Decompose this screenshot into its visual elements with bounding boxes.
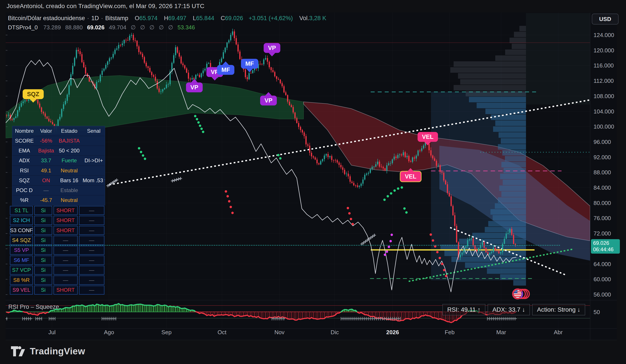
high-value: 69.497	[168, 15, 187, 22]
plus-marker	[171, 179, 174, 182]
candle-body	[50, 121, 51, 122]
rsi-histogram-bar	[76, 305, 77, 312]
currency-toggle-button[interactable]: USD	[592, 14, 619, 25]
candle-body	[37, 100, 39, 104]
candle-body	[441, 172, 442, 173]
candle-body	[208, 63, 209, 64]
candle-body	[344, 170, 345, 174]
rsi-histogram-bar	[102, 305, 103, 312]
candle-body	[199, 75, 200, 77]
candle-body	[129, 36, 130, 40]
signal-cell: Si	[34, 236, 52, 245]
candle-body	[61, 109, 62, 117]
rsi-histogram-bar	[80, 306, 81, 312]
tradingview-logo[interactable]: TradingView	[11, 346, 85, 357]
red-signal-dot	[227, 195, 229, 198]
green-signal-dot	[405, 211, 408, 214]
signal-cell: Si	[34, 256, 52, 265]
change-value: +3.051 (+4,62%)	[249, 15, 293, 22]
rsi-histogram-bar	[98, 305, 99, 312]
signal-cell: —	[53, 236, 78, 245]
candle-body	[392, 160, 393, 163]
candle-body	[491, 252, 492, 253]
candle-body	[260, 64, 261, 64]
rsi-histogram-bar	[162, 306, 163, 312]
rsi-histogram-bar	[293, 312, 294, 319]
tradingview-glyph-icon	[11, 346, 25, 356]
symbol-legend[interactable]: Bitcoin/Dólar estadounidense·1D·Bitstamp…	[8, 15, 326, 22]
rsi-histogram-bar	[322, 312, 323, 319]
signal-cell: SHORT	[53, 226, 78, 235]
candle-body	[79, 51, 80, 54]
rsi-histogram-bar	[111, 306, 112, 312]
rsi-histogram-bar	[311, 312, 312, 318]
green-signal-dot	[138, 147, 140, 150]
signal-cell: S5 VP	[10, 246, 33, 255]
volume-profile-bar	[500, 174, 526, 179]
candle-body	[346, 174, 347, 174]
low-value: 65.844	[196, 15, 214, 22]
candle-body	[19, 107, 20, 110]
table-cell: EMA	[12, 148, 37, 154]
candle-body	[405, 152, 406, 157]
candle-body	[408, 156, 409, 161]
candle-body	[434, 158, 435, 161]
rsi-histogram-bar	[70, 307, 72, 312]
volume-profile-bar	[513, 280, 526, 286]
signal-cell: Si	[34, 206, 52, 215]
candle-body	[70, 74, 72, 85]
candle-body	[338, 163, 340, 165]
green-signal-dot	[199, 125, 201, 127]
rsi-histogram-bar	[439, 312, 441, 319]
green-signal-dot	[401, 186, 403, 189]
rsi-histogram-bar	[241, 312, 242, 316]
table-cell: 49.1	[37, 167, 56, 174]
rsi-histogram-bar	[271, 312, 272, 318]
candle-body	[438, 165, 439, 166]
us-flag-event-icon	[511, 287, 530, 300]
time-axis-label: Abr	[554, 329, 563, 336]
table-row: EMABajista50 < 200	[12, 146, 105, 156]
volume-profile-bar	[519, 26, 526, 31]
time-axis-label: Sep	[161, 329, 171, 336]
candle-body	[390, 163, 391, 164]
candle-body	[439, 165, 441, 172]
candle-body	[175, 47, 176, 55]
candle-body	[190, 79, 191, 79]
volume-profile-bar	[502, 150, 526, 156]
rsi-histogram-bar	[379, 312, 380, 318]
signal-cell: —	[79, 266, 104, 275]
rsi-histogram-bar	[140, 304, 141, 312]
signal-cell: S6 MF	[10, 256, 33, 265]
candle-body	[506, 233, 507, 238]
tradingview-chart-screenshot: JoseAntonioL creado con TradingView.com,…	[0, 0, 626, 364]
green-signal-dot	[279, 157, 282, 160]
rsi-histogram-bar	[278, 312, 279, 316]
low-label: L	[193, 15, 196, 22]
indicator-legend[interactable]: DTSPro4_073.28988.88069.02649.704∅∅∅∅∅53…	[8, 24, 199, 31]
price-axis-label: 104.000	[593, 108, 614, 115]
rsi-histogram-bar	[131, 305, 132, 312]
rsi-histogram-bar	[256, 312, 257, 317]
volume-profile-bar	[454, 61, 526, 67]
candle-body	[342, 167, 343, 170]
candle-body	[298, 123, 299, 127]
candle-body	[508, 233, 509, 233]
volume-profile-bar	[491, 115, 526, 120]
candle-body	[138, 46, 139, 52]
candle-body	[105, 65, 106, 69]
candle-body	[326, 154, 327, 156]
signal-cell: —	[53, 256, 78, 265]
price-axis-label: 88.000	[593, 169, 611, 176]
rsi-histogram-bar	[67, 308, 68, 312]
volume-profile-bar	[485, 109, 526, 114]
candle-body	[246, 77, 248, 79]
volume-value: 3,28 K	[309, 15, 326, 22]
rsi-histogram-bar	[377, 312, 378, 318]
candle-body	[116, 48, 117, 50]
rsi-histogram-bar	[74, 306, 75, 312]
candle-body	[280, 79, 281, 83]
green-signal-dot	[393, 190, 396, 192]
rsi-histogram-bar	[414, 312, 415, 318]
rsi-histogram-bar	[144, 305, 145, 312]
